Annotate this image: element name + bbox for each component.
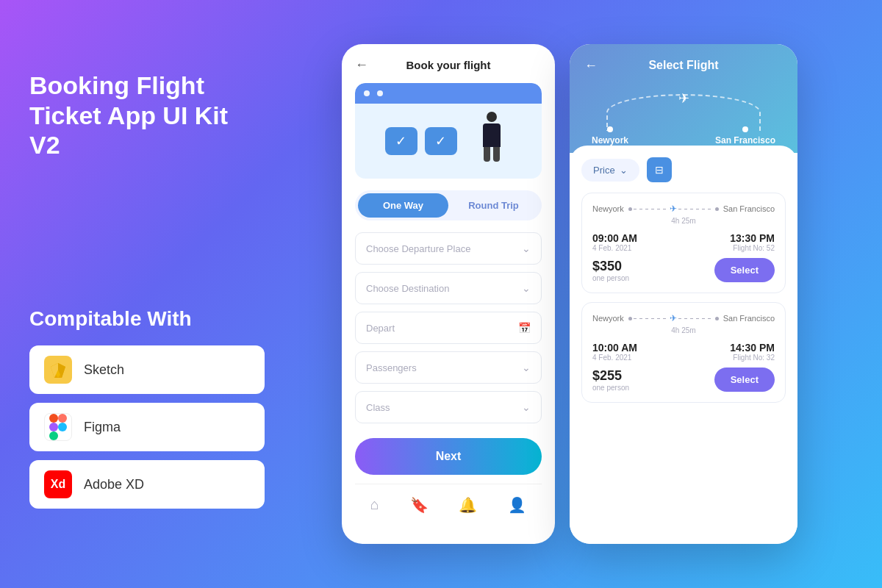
passengers-chevron: ⌄ (522, 362, 531, 373)
flight2-times: 10:00 AM 4 Feb. 2021 14:30 PM Flight No:… (592, 342, 775, 362)
compatible-label: Compitable With (29, 307, 265, 331)
plane-icon: ✈ (678, 90, 689, 107)
sketch-label: Sketch (84, 362, 124, 378)
flight-route-row-1: Newyork ✈ San Francisco (592, 204, 775, 214)
flight1-price-row: $350 one person Select (592, 258, 775, 282)
passengers-field[interactable]: Passengers ⌄ (355, 351, 542, 384)
svg-rect-7 (49, 423, 58, 431)
route-plane-1: ✈ (670, 204, 677, 214)
flight-path-illustration: Newyork ✈ San Francisco (584, 87, 783, 153)
app-title: Booking Flight Ticket App UI Kit V2 (29, 71, 265, 160)
back-button-phone2[interactable]: ← (584, 58, 598, 74)
bottom-nav: ⌂ 🔖 🔔 👤 (355, 484, 542, 514)
check-box-2: ✓ (425, 127, 457, 155)
svg-rect-8 (49, 431, 58, 440)
destination-label: Choose Destination (366, 283, 449, 294)
flight2-depart: 10:00 AM 4 Feb. 2021 (592, 342, 637, 362)
figma-label: Figma (84, 420, 121, 435)
svg-rect-6 (58, 414, 67, 423)
departure-label: Choose Departure Place (366, 243, 470, 254)
select-btn-1[interactable]: Select (714, 258, 775, 282)
flight1-price: $350 (592, 259, 629, 274)
check-box-1: ✓ (385, 127, 417, 155)
flight2-depart-date: 4 Feb. 2021 (592, 354, 637, 362)
calendar-icon: 📅 (518, 322, 531, 334)
phone1: ← Book your flight ✓ ✓ (342, 44, 555, 544)
flight1-price-sub: one person (592, 274, 629, 282)
flight1-depart-date: 4 Feb. 2021 (592, 244, 637, 252)
price-label: Price (593, 165, 615, 176)
select-btn-2[interactable]: Select (714, 368, 775, 392)
illus-dot-2 (377, 90, 383, 96)
svg-point-9 (58, 423, 67, 431)
flight2-duration: 4h 25m (592, 326, 775, 334)
class-chevron: ⌄ (522, 401, 531, 413)
route-line-1: ✈ (628, 204, 719, 214)
figma-icon (44, 413, 72, 441)
flight2-arrive: 14:30 PM Flight No: 32 (730, 342, 775, 362)
price-filter[interactable]: Price ⌄ (581, 159, 639, 182)
class-field[interactable]: Class ⌄ (355, 391, 542, 423)
flight1-depart-time: 09:00 AM (592, 232, 637, 244)
bookmark-nav-icon[interactable]: 🔖 (410, 496, 429, 514)
phone1-title: Book your flight (406, 59, 491, 71)
one-way-btn[interactable]: One Way (358, 193, 448, 218)
round-trip-btn[interactable]: Round Trip (448, 193, 539, 218)
flight2-price-row: $255 one person Select (592, 368, 775, 392)
flight2-price-sub: one person (592, 384, 629, 392)
phone2-body: Price ⌄ ⊟ Newyork ✈ (570, 146, 797, 544)
flight1-arrive: 13:30 PM Flight No: 52 (730, 232, 775, 252)
flight2-depart-time: 10:00 AM (592, 342, 637, 354)
flight2-price-block: $255 one person (592, 368, 629, 392)
next-button[interactable]: Next (355, 438, 542, 475)
flight1-times: 09:00 AM 4 Feb. 2021 13:30 PM Flight No:… (592, 232, 775, 252)
flight1-arrive-time: 13:30 PM (730, 232, 775, 244)
flight1-depart: 09:00 AM 4 Feb. 2021 (592, 232, 637, 252)
destination-field[interactable]: Choose Destination ⌄ (355, 272, 542, 304)
depart-field[interactable]: Depart 📅 (355, 312, 542, 344)
funnel-icon: ⊟ (655, 164, 664, 176)
flight-route-row-2: Newyork ✈ San Francisco (592, 313, 775, 323)
phone1-header: ← Book your flight (355, 59, 542, 71)
filter-button[interactable]: ⊟ (647, 157, 672, 182)
flight1-duration: 4h 25m (592, 217, 775, 225)
departure-chevron: ⌄ (522, 243, 531, 254)
svg-rect-5 (49, 414, 58, 423)
from-city-label: Newyork (592, 135, 628, 146)
depart-label: Depart (366, 323, 395, 334)
bell-nav-icon[interactable]: 🔔 (459, 496, 477, 514)
price-chevron: ⌄ (620, 165, 628, 176)
booking-illustration: ✓ ✓ (355, 83, 542, 179)
flight2-price: $255 (592, 368, 629, 384)
figma-card: Figma (29, 403, 265, 451)
flight1-to: San Francisco (723, 204, 775, 213)
illus-dot-1 (364, 90, 370, 96)
flight2-to: San Francisco (723, 314, 775, 323)
departure-field[interactable]: Choose Departure Place ⌄ (355, 232, 542, 265)
phones-container: ← Book your flight ✓ ✓ (287, 44, 853, 544)
home-nav-icon[interactable]: ⌂ (370, 496, 379, 514)
destination-chevron: ⌄ (522, 282, 531, 294)
flight-card-2: Newyork ✈ San Francisco 4h 25m 10:00 AM … (581, 302, 786, 403)
passengers-label: Passengers (366, 362, 417, 373)
filter-row: Price ⌄ ⊟ (581, 157, 786, 182)
flight1-from: Newyork (592, 204, 624, 213)
flight2-arrive-time: 14:30 PM (730, 342, 775, 354)
flight2-flight-no: Flight No: 32 (730, 354, 775, 362)
route-plane-2: ✈ (670, 313, 677, 323)
trip-toggle: One Way Round Trip (355, 190, 542, 220)
sketch-card: Sketch (29, 345, 265, 394)
class-label: Class (366, 402, 390, 413)
person-nav-icon[interactable]: 👤 (508, 496, 526, 514)
flight1-price-block: $350 one person (592, 259, 629, 282)
flight2-from: Newyork (592, 314, 624, 323)
left-section: Booking Flight Ticket App UI Kit V2 Comp… (29, 71, 287, 517)
adobexd-card: Xd Adobe XD (29, 460, 265, 509)
sketch-icon (44, 356, 72, 384)
to-city-label: San Francisco (715, 135, 775, 146)
phone2-title: Select Flight (648, 59, 718, 72)
xd-icon: Xd (44, 470, 72, 498)
phone2: ← Select Flight Newyork ✈ San Francisco (570, 44, 797, 544)
back-button-phone1[interactable]: ← (355, 57, 368, 73)
phone2-header-row: ← Select Flight (584, 59, 783, 72)
